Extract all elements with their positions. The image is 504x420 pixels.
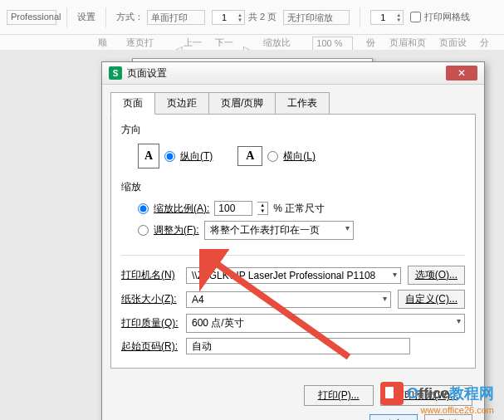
scale-ratio-radio[interactable] bbox=[138, 203, 149, 214]
dialog-title-text: 页面设置 bbox=[127, 66, 167, 81]
quality-select[interactable]: 600 点/英寸 bbox=[186, 314, 465, 333]
page-spinner[interactable]: ▲▼ bbox=[212, 10, 245, 25]
scale-label: 缩放 bbox=[121, 180, 465, 194]
app-icon: S bbox=[109, 66, 122, 80]
portrait-icon: A bbox=[138, 144, 159, 168]
tab-page[interactable]: 页面 bbox=[110, 92, 155, 115]
mode-label: 方式： bbox=[116, 11, 144, 23]
landscape-label: 横向(L) bbox=[283, 149, 316, 164]
start-page-input[interactable] bbox=[186, 338, 410, 354]
landscape-icon: A bbox=[237, 146, 262, 166]
close-button[interactable]: ✕ bbox=[446, 66, 477, 81]
custom-button[interactable]: 自定义(C)... bbox=[398, 290, 465, 309]
landscape-radio[interactable] bbox=[267, 151, 278, 162]
paper-select[interactable]: A4 bbox=[186, 291, 391, 308]
fit-radio[interactable] bbox=[138, 225, 149, 236]
gridlines-checkbox[interactable]: 打印网格线 bbox=[410, 11, 470, 23]
scale-mode-select[interactable]: 无打印缩放 bbox=[283, 10, 350, 25]
paper-size-label: 纸张大小(Z): bbox=[121, 292, 179, 306]
quality-label: 打印质量(Q): bbox=[121, 316, 179, 330]
watermark-url: www.office26.com bbox=[421, 405, 494, 415]
fit-select[interactable]: 将整个工作表打印在一页 bbox=[204, 221, 354, 240]
scale-spinner[interactable]: ▲▼ bbox=[257, 202, 268, 215]
page-setup-dialog: S 页面设置 ✕ 页面 页边距 页眉/页脚 工作表 方向 A 纵向(T) A 横… bbox=[101, 61, 485, 420]
print-button[interactable]: 打印(P)... bbox=[304, 385, 374, 406]
page-total: 共 2 页 bbox=[248, 11, 276, 23]
office-icon bbox=[380, 382, 404, 405]
portrait-radio[interactable] bbox=[164, 151, 175, 162]
printer-select[interactable]: \\ZLGLK\HP LaserJet Professional P1108 bbox=[186, 267, 401, 284]
fit-label: 调整为(F): bbox=[154, 223, 199, 237]
tab-margins[interactable]: 页边距 bbox=[154, 92, 209, 115]
ok-button[interactable]: 确定 bbox=[369, 414, 418, 420]
scale-ratio-label: 缩放比例(A): bbox=[154, 202, 209, 216]
mode-select[interactable]: 单面打印 bbox=[147, 10, 205, 25]
tab-sheet[interactable]: 工作表 bbox=[275, 92, 330, 115]
tab-panel: 方向 A 纵向(T) A 横向(L) 缩放 缩放比例(A): ▲▼ % 正常尺寸… bbox=[110, 114, 476, 369]
options-button[interactable]: 选项(O)... bbox=[408, 266, 465, 285]
main-toolbar: Professional 设置 方式： 单面打印 ▲▼ 共 2 页 无打印缩放 … bbox=[0, 0, 504, 35]
cancel-button[interactable]: 取消 bbox=[424, 414, 472, 420]
settings-button[interactable]: 设置 bbox=[77, 11, 95, 23]
scale-suffix: % 正常尺寸 bbox=[273, 202, 325, 216]
dialog-titlebar[interactable]: S 页面设置 ✕ bbox=[102, 62, 484, 85]
printer-dropdown[interactable]: Professional bbox=[7, 10, 56, 25]
orientation-label: 方向 bbox=[121, 123, 465, 137]
start-page-label: 起始页码(R): bbox=[121, 339, 179, 354]
printer-name-label: 打印机名(N) bbox=[121, 268, 179, 282]
scale-ratio-input[interactable] bbox=[214, 201, 252, 216]
portrait-label: 纵向(T) bbox=[180, 149, 213, 164]
dialog-tabs: 页面 页边距 页眉/页脚 工作表 bbox=[102, 85, 484, 114]
copies-spinner[interactable]: ▲▼ bbox=[370, 10, 404, 25]
watermark-logo: Office教程网 bbox=[380, 382, 494, 405]
tab-header-footer[interactable]: 页眉/页脚 bbox=[208, 92, 276, 115]
